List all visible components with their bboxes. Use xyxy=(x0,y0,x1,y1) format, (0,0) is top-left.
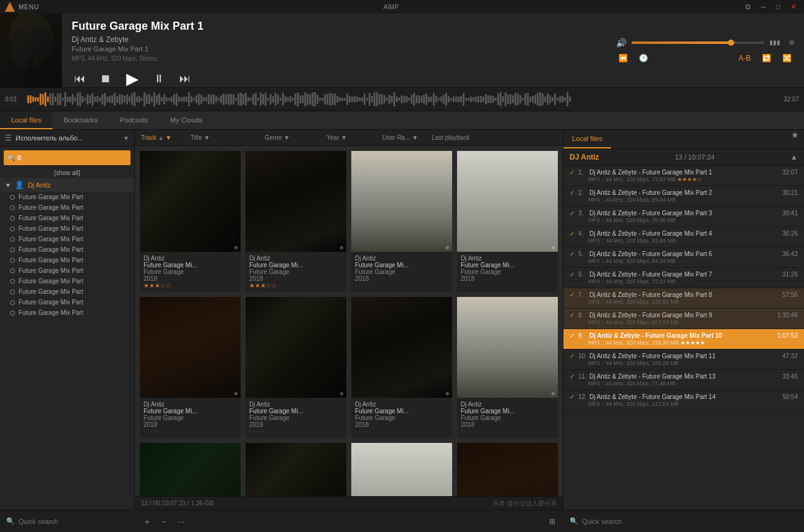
more-button[interactable]: ··· xyxy=(174,515,187,528)
list-item[interactable]: ✓ 10. Dj Antiz & Zebyte - Future Garage … xyxy=(563,350,804,370)
sidebar-item[interactable]: Future Garage Mix Part xyxy=(0,265,134,276)
grid-item[interactable]: ⊕ Dj Antiz Future Garage Mi... Future Ga… xyxy=(140,151,241,292)
repeat-icon[interactable]: 🔁 xyxy=(759,53,774,64)
add-button[interactable]: + xyxy=(142,515,152,528)
close-btn[interactable]: ✕ xyxy=(788,2,799,11)
list-item[interactable]: ✓ 6. Dj Antiz & Zebyte - Future Garage M… xyxy=(563,268,804,288)
right-tab-star[interactable]: ★ xyxy=(786,130,804,148)
restore-btn[interactable]: ⧉ xyxy=(743,2,753,11)
list-item[interactable]: ✓ 7. Dj Antiz & Zebyte - Future Garage M… xyxy=(563,288,804,309)
shuffle-icon[interactable]: 🔀 xyxy=(780,53,794,64)
list-item[interactable]: ✓ 11. Dj Antiz & Zebyte - Future Garage … xyxy=(563,370,804,390)
grid-item[interactable]: · · · · · xyxy=(351,443,452,496)
sidebar-item[interactable]: Future Garage Mix Part xyxy=(0,255,134,265)
waveform-bars xyxy=(27,91,771,108)
collapse-icon[interactable]: ▲ xyxy=(790,153,798,161)
app-title: AIMP xyxy=(383,4,398,11)
rewind-icon[interactable]: ⏪ xyxy=(616,53,630,64)
sidebar-item[interactable]: Future Garage Mix Part xyxy=(0,192,134,202)
next-button[interactable]: ⏭ xyxy=(177,70,193,88)
grid-item[interactable]: · · · · · xyxy=(457,443,558,496)
sidebar-item[interactable]: Future Garage Mix Part xyxy=(0,202,134,213)
pl-stars: · · · · · xyxy=(680,319,695,325)
app-logo xyxy=(5,2,15,12)
track-artist: Dj Antiz & Zebyte xyxy=(72,35,596,44)
thumb-image: ⊕ xyxy=(457,151,558,252)
grid-artist: Dj Antiz xyxy=(143,255,237,262)
tab-local-files[interactable]: Local files xyxy=(0,111,53,129)
col-genre[interactable]: Genre ▼ xyxy=(261,134,323,141)
list-item[interactable]: ✓ 4. Dj Antiz & Zebyte - Future Garage M… xyxy=(563,227,804,247)
waveform[interactable]: 0:01 32:07 xyxy=(0,88,804,111)
sidebar-item[interactable]: Future Garage Mix Part xyxy=(0,213,134,223)
waveform-canvas[interactable] xyxy=(27,91,771,108)
col-track[interactable]: Track ▲ ▼ xyxy=(137,134,187,141)
volume-bar[interactable] xyxy=(631,41,764,44)
sidebar-item[interactable]: Future Garage Mix Part xyxy=(0,286,134,297)
grid-item[interactable]: · · · · · xyxy=(140,443,241,496)
ab-repeat-btn[interactable]: A-B xyxy=(736,53,753,64)
grid-item[interactable]: ⊕ Dj Antiz Future Garage Mi... Future Ga… xyxy=(351,297,452,438)
menu-label[interactable]: MENU xyxy=(19,4,39,11)
grid-item[interactable]: ⊕ Dj Antiz Future Garage Mi... Future Ga… xyxy=(246,297,346,438)
grid-item[interactable]: ⊕ Dj Antiz Future Garage Mi... Future Ga… xyxy=(246,151,346,292)
list-item[interactable]: ✓ 9. Dj Antiz & Zebyte - Future Garage M… xyxy=(563,329,804,350)
pause-button[interactable]: ⏸ xyxy=(151,70,167,88)
extra-controls: ⏪ 🕐 A-B 🔁 🔀 xyxy=(616,53,794,64)
sidebar-menu-icon[interactable]: ☰ xyxy=(5,134,12,142)
pl-meta: MP3 :: 44 kHz, 320 kbps, 109,26 MB · · ·… xyxy=(570,360,798,366)
sidebar-dropdown-label[interactable]: Исполнитель альбо... xyxy=(15,134,119,142)
list-item[interactable]: ✓ 5. Dj Antiz & Zebyte - Future Garage M… xyxy=(563,247,804,268)
grid-item[interactable]: · · · · · xyxy=(246,443,346,496)
sidebar-item[interactable]: Future Garage Mix Part xyxy=(0,244,134,255)
playback-controls: ⏮ ⏹ ▶ ⏸ ⏭ xyxy=(72,67,596,91)
grid-item[interactable]: ⊕ Dj Antiz Future Garage Mi... Future Ga… xyxy=(140,297,241,438)
sidebar-item[interactable]: Future Garage Mix Part xyxy=(0,297,134,307)
clock-icon[interactable]: 🕐 xyxy=(636,53,651,64)
grid-item[interactable]: ⊕ Dj Antiz Future Garage Mi... Future Ga… xyxy=(351,151,452,292)
sidebar-artist[interactable]: ▼ 👤 Dj Antiz xyxy=(0,178,134,192)
grid-title: Future Garage Mi... xyxy=(249,262,343,268)
minimize-btn[interactable]: ─ xyxy=(758,2,769,11)
sidebar-item[interactable]: Future Garage Mix Part xyxy=(0,276,134,286)
maximize-btn[interactable]: □ xyxy=(774,2,783,11)
sidebar-arrow-icon[interactable]: ▼ xyxy=(123,135,129,142)
sidebar-item[interactable]: Future Garage Mix Part xyxy=(0,234,134,244)
sidebar-show-all[interactable]: [show all] xyxy=(0,168,134,178)
grid-status: 13 / 00:10:07:23 / 1,36 GB xyxy=(141,500,213,507)
right-tab-local-files[interactable]: Local files xyxy=(563,130,611,148)
grid-item[interactable]: ⊕ Dj Antiz Future Garage Mi... Future Ga… xyxy=(457,297,558,438)
quick-search-right[interactable] xyxy=(582,518,798,525)
pl-time: 36:26 xyxy=(782,230,798,237)
list-item[interactable]: ✓ 12. Dj Antiz & Zebyte - Future Garage … xyxy=(563,390,804,411)
list-item[interactable]: ✓ 8. Dj Antiz & Zebyte - Future Garage M… xyxy=(563,309,804,329)
grid-item[interactable]: ⊕ Dj Antiz Future Garage Mi... Future Ga… xyxy=(457,151,558,292)
sidebar-item[interactable]: Future Garage Mix Part xyxy=(0,307,134,318)
col-rating[interactable]: User Ra... ▼ xyxy=(378,134,428,141)
stop-button[interactable]: ⏹ xyxy=(98,70,114,88)
quick-search-left[interactable] xyxy=(19,518,128,525)
list-item[interactable]: ✓ 1. Dj Antiz & Zebyte - Future Garage M… xyxy=(563,166,804,186)
remove-button[interactable]: − xyxy=(158,515,168,528)
tab-bookmarks[interactable]: Bookmarks xyxy=(53,111,109,129)
prev-button[interactable]: ⏮ xyxy=(72,70,88,88)
play-button[interactable]: ▶ xyxy=(124,67,141,91)
right-artist: DJ Antiz xyxy=(570,153,599,161)
pl-meta-text: MP3 :: 44 kHz, 320 kbps, 77,48 MB xyxy=(588,380,676,387)
sidebar-item[interactable]: Future Garage Mix Part xyxy=(0,223,134,234)
list-item[interactable]: ✓ 2. Dj Antiz & Zebyte - Future Garage M… xyxy=(563,186,804,207)
pl-meta: MP3 :: 44 kHz, 320 kbps, 72,02 MB · · · … xyxy=(570,278,798,285)
col-title[interactable]: Title ▼ xyxy=(187,134,261,141)
grid-year: 2018 xyxy=(355,275,448,282)
tab-podcasts[interactable]: Podcasts xyxy=(109,111,159,129)
filter-icon: ▼ xyxy=(166,134,172,141)
list-item[interactable]: ✓ 3. Dj Antiz & Zebyte - Future Garage M… xyxy=(563,207,804,227)
pl-meta: MP3 :: 44 kHz, 320 kbps, 84,34 MB · · · … xyxy=(570,258,798,264)
col-year[interactable]: Year ▼ xyxy=(323,134,378,141)
bottom-bar: 🔍 + − ··· ⊞ 🔍 xyxy=(0,510,804,532)
pl-title: Dj Antiz & Zebyte - Future Garage Mix Pa… xyxy=(589,291,777,298)
grid-view-icon[interactable]: ⊞ xyxy=(549,517,555,526)
col-lastplay[interactable]: Last playback xyxy=(428,134,560,141)
sidebar-item-label: Future Garage Mix Part xyxy=(19,257,83,264)
tab-my-clouds[interactable]: My Clouds xyxy=(159,111,213,129)
